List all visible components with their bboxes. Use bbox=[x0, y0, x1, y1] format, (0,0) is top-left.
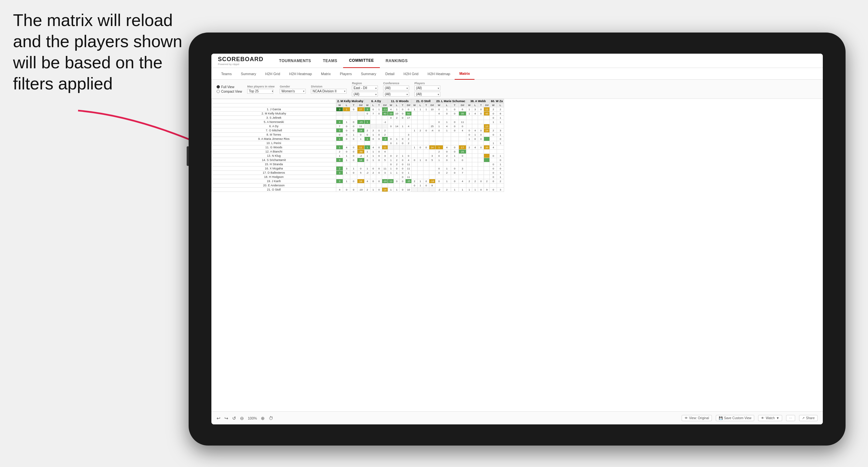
wlt-l5: L bbox=[443, 103, 451, 107]
player-name: 12. A Bianchi bbox=[212, 150, 336, 154]
refresh-icon[interactable]: ↺ bbox=[232, 416, 236, 421]
annotation-text: The matrix will reload and the players s… bbox=[13, 10, 185, 94]
subnav-detail[interactable]: Detail bbox=[381, 68, 399, 80]
player-name: 14. S Srichantamit bbox=[212, 158, 336, 162]
player-name: 11. G Woods bbox=[212, 145, 336, 150]
subnav-teams[interactable]: Teams bbox=[217, 68, 236, 80]
nav-tournaments[interactable]: TOURNAMENTS bbox=[273, 54, 317, 68]
subnav-summary2[interactable]: Summary bbox=[356, 68, 381, 80]
compact-view-option[interactable]: Compact View bbox=[217, 90, 242, 93]
table-row: 9. A Maria Jimenez Rios 1001 100-9 0102 … bbox=[212, 137, 504, 141]
table-row: 10. L Perini 0102 11 bbox=[212, 141, 504, 145]
tablet-frame: SCOREBOARD Powered by clippd TOURNAMENTS… bbox=[189, 33, 845, 445]
wlt-l3: L bbox=[394, 103, 400, 107]
full-view-radio[interactable] bbox=[217, 85, 220, 89]
subnav-h2hheatmap2[interactable]: H2H Heatmap bbox=[423, 68, 455, 80]
nav-rankings[interactable]: RANKINGS bbox=[380, 54, 414, 68]
player-name: 17. D Ballesteros bbox=[212, 171, 336, 175]
watch-button[interactable]: 👁 Watch ▼ bbox=[758, 415, 782, 421]
players-select[interactable]: (All) bbox=[414, 86, 440, 90]
wlt-w2: W bbox=[364, 103, 370, 107]
subnav-h2hgrid2[interactable]: H2H Grid bbox=[399, 68, 423, 80]
matrix-table: 2. M Kelly Mulcahy 6. A Dy 11. G Woods 2… bbox=[211, 99, 504, 192]
col-header-mulcahy: 2. M Kelly Mulcahy bbox=[336, 99, 364, 103]
table-row: 15. H Stranda 02011 01 bbox=[212, 162, 504, 166]
player-name: 2. M Kelly Mulcahy bbox=[212, 112, 336, 116]
table-row: 8. M Torres 0010 0102 3 010 01 bbox=[212, 133, 504, 137]
conference-select[interactable]: (All) bbox=[383, 86, 409, 90]
player-name: 10. L Perini bbox=[212, 141, 336, 145]
col-header-woods: 11. G Woods bbox=[388, 99, 412, 103]
wlt-l1: L bbox=[343, 103, 350, 107]
player-name: 16. X Mcgaha bbox=[212, 166, 336, 171]
player-name: 15. H Stranda bbox=[212, 162, 336, 166]
view-original-button[interactable]: 👁 View: Original bbox=[682, 415, 712, 421]
undo-icon[interactable]: ↩ bbox=[217, 416, 220, 421]
wlt-l4: L bbox=[417, 103, 424, 107]
region-filter: Region East - DII (All) bbox=[352, 82, 378, 97]
wlt-dif6: Dif bbox=[484, 103, 490, 107]
subheader-name bbox=[212, 103, 336, 107]
col-header-ady: 6. A Dy bbox=[364, 99, 388, 103]
subnav-summary[interactable]: Summary bbox=[236, 68, 260, 80]
subnav-players[interactable]: Players bbox=[335, 68, 356, 80]
zoom-out-icon[interactable]: ⊖ bbox=[240, 416, 244, 421]
full-view-option[interactable]: Full View bbox=[217, 85, 242, 89]
players-sub-select[interactable]: (All) bbox=[414, 92, 440, 97]
gender-select[interactable]: Women's bbox=[280, 89, 306, 94]
matrix-scroll-area[interactable]: 2. M Kelly Mulcahy 6. A Dy 11. G Woods 2… bbox=[211, 99, 823, 411]
table-row: 13. N Klug 110-2 1103 0210 3 0210 01 bbox=[212, 154, 504, 158]
col-header-schumac: 23. L Marie Schumac bbox=[435, 99, 466, 103]
player-name: 1. J Garcia bbox=[212, 107, 336, 112]
subnav-h2hgrid[interactable]: H2H Grid bbox=[260, 68, 285, 80]
max-players-select[interactable]: Top 25 bbox=[247, 89, 273, 94]
table-row: 19. J Kanh 31018 400-20 1300-35 210-18 0… bbox=[212, 179, 504, 183]
subnav-h2hheatmap[interactable]: H2H Heatmap bbox=[285, 68, 316, 80]
redo-icon[interactable]: ↪ bbox=[224, 416, 228, 421]
player-name: 18. H Hodgson bbox=[212, 175, 336, 179]
wlt-l2: L bbox=[370, 103, 376, 107]
subnav-matrix2[interactable]: Matrix bbox=[455, 68, 474, 80]
conference-sub-select[interactable]: (All) bbox=[383, 92, 409, 97]
wlt-w4: W bbox=[412, 103, 417, 107]
division-select[interactable]: NCAA Division II bbox=[311, 89, 347, 94]
sub-nav: Teams Summary H2H Grid H2H Heatmap Matri… bbox=[211, 68, 823, 80]
more-options-button[interactable]: ⋯ bbox=[786, 415, 795, 421]
gender-filter: Gender Women's bbox=[280, 85, 306, 94]
wlt-t2: T bbox=[376, 103, 382, 107]
nav-committee[interactable]: COMMITTEE bbox=[343, 54, 380, 68]
zoom-reset-icon[interactable]: 100% bbox=[248, 416, 257, 420]
logo-sub: Powered by clippd bbox=[218, 63, 264, 66]
wlt-dif1: Dif bbox=[357, 103, 364, 107]
table-row: 20. E Andersson 0108 bbox=[212, 183, 504, 188]
tablet-screen: SCOREBOARD Powered by clippd TOURNAMENTS… bbox=[211, 54, 823, 425]
table-row: 17. D Ballesteros 3105 -2203 1101 0207 0… bbox=[212, 171, 504, 175]
table-row: 11. G Woods 14011 14011 10014 14017 2402… bbox=[212, 145, 504, 150]
more-icon: ⋯ bbox=[789, 416, 792, 420]
player-name: 5. A Nomrowski bbox=[212, 120, 336, 124]
player-name: 8. M Torres bbox=[212, 133, 336, 137]
conference-filter: Conference (All) (All) bbox=[383, 82, 409, 97]
share-button[interactable]: ↗ Share bbox=[799, 415, 817, 421]
wlt-t3: T bbox=[400, 103, 406, 107]
table-row: 5. A Nomrowski 310-15 1-1 01011 11 bbox=[212, 120, 504, 124]
region-sub-select[interactable]: (All) bbox=[352, 92, 378, 97]
table-row: 18. H Hodgson 011 01 bbox=[212, 175, 504, 179]
nav-teams[interactable]: TEAMS bbox=[317, 54, 343, 68]
eye-icon: 👁 bbox=[685, 416, 688, 420]
save-icon: 💾 bbox=[719, 416, 723, 420]
share-icon: ↗ bbox=[802, 416, 805, 420]
player-name: 13. N Klug bbox=[212, 154, 336, 158]
compact-view-radio[interactable] bbox=[217, 90, 220, 93]
save-custom-button[interactable]: 💾 Save Custom View bbox=[716, 415, 754, 421]
timer-icon[interactable]: ⏱ bbox=[269, 416, 273, 421]
zoom-in-icon[interactable]: ⊕ bbox=[261, 416, 265, 421]
region-select[interactable]: East - DII bbox=[352, 86, 378, 90]
wlt-dif3: Dif bbox=[406, 103, 412, 107]
wlt-w5: W bbox=[435, 103, 443, 107]
subnav-matrix[interactable]: Matrix bbox=[316, 68, 335, 80]
wlt-l7: L bbox=[497, 103, 504, 107]
filters-row: Full View Compact View Max players in vi… bbox=[211, 80, 823, 99]
table-row: 2. M Kelly Mulcahy 07040 1010050 40035 1… bbox=[212, 112, 504, 116]
col-header-wza: 60. W Za bbox=[490, 99, 504, 103]
